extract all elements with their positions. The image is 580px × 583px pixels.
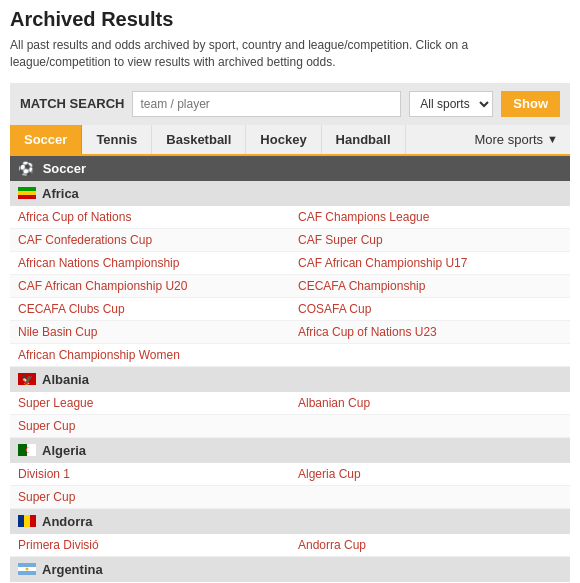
tab-handball[interactable]: Handball	[322, 125, 406, 154]
league-link-empty	[290, 415, 570, 437]
svg-text:🦅: 🦅	[21, 373, 34, 385]
flag-andorra	[18, 515, 36, 527]
league-row: Africa Cup of Nations CAF Champions Leag…	[10, 206, 570, 229]
league-row: CAF African Championship U20 CECAFA Cham…	[10, 275, 570, 298]
country-header-algeria: Algeria	[10, 438, 570, 463]
tab-soccer[interactable]: Soccer	[10, 125, 82, 154]
league-link[interactable]: CAF Confederations Cup	[10, 229, 290, 251]
league-link-empty	[290, 344, 570, 366]
tab-hockey[interactable]: Hockey	[246, 125, 321, 154]
page-title: Archived Results	[10, 8, 570, 31]
svg-point-8	[27, 448, 32, 453]
sports-select[interactable]: All sports	[409, 91, 493, 117]
leagues-africa: Africa Cup of Nations CAF Champions Leag…	[10, 206, 570, 367]
league-link[interactable]: CAF African Championship U17	[290, 252, 570, 274]
league-link[interactable]: Super League	[10, 392, 290, 414]
league-link[interactable]: CAF African Championship U20	[10, 275, 290, 297]
leagues-algeria: Division 1 Algeria Cup Super Cup	[10, 463, 570, 509]
match-search-bar: MATCH SEARCH All sports Show	[10, 83, 570, 125]
search-input[interactable]	[132, 91, 401, 117]
svg-rect-14	[18, 571, 36, 575]
more-sports-label: More sports	[474, 132, 543, 147]
flag-argentina	[18, 563, 36, 575]
league-row: Primera Divisió Andorra Cup	[10, 534, 570, 557]
league-link[interactable]: African Championship Women	[10, 344, 290, 366]
svg-rect-10	[24, 515, 30, 527]
flag-algeria	[18, 444, 36, 456]
svg-rect-1	[18, 191, 36, 195]
sport-header-soccer: ⚽ Soccer	[10, 156, 570, 181]
league-link[interactable]: CECAFA Clubs Cup	[10, 298, 290, 320]
league-row: CECAFA Clubs Cup COSAFA Cup	[10, 298, 570, 321]
leagues-albania: Super League Albanian Cup Super Cup	[10, 392, 570, 438]
league-link[interactable]: Nile Basin Cup	[10, 321, 290, 343]
league-link-empty	[290, 486, 570, 508]
league-link[interactable]: Super Cup	[10, 486, 290, 508]
league-link[interactable]: Algeria Cup	[290, 463, 570, 485]
league-link[interactable]: CAF Super Cup	[290, 229, 570, 251]
svg-point-15	[26, 568, 29, 571]
league-link[interactable]: Albanian Cup	[290, 392, 570, 414]
league-link[interactable]: Africa Cup of Nations	[10, 206, 290, 228]
svg-rect-11	[30, 515, 36, 527]
league-row: Division 1 Algeria Cup	[10, 463, 570, 486]
more-sports-button[interactable]: More sports ▼	[462, 125, 570, 154]
soccer-icon: ⚽	[18, 161, 34, 176]
page-wrapper: Archived Results All past results and od…	[0, 0, 580, 583]
sports-tabs: Soccer Tennis Basketball Hockey Handball…	[10, 125, 570, 156]
svg-rect-2	[18, 195, 36, 199]
league-link[interactable]: CAF Champions League	[290, 206, 570, 228]
league-link[interactable]: CECAFA Championship	[290, 275, 570, 297]
country-header-argentina: Argentina	[10, 557, 570, 582]
show-button[interactable]: Show	[501, 91, 560, 117]
page-description: All past results and odds archived by sp…	[10, 37, 570, 71]
league-link[interactable]: Andorra Cup	[290, 534, 570, 556]
leagues-andorra: Primera Divisió Andorra Cup	[10, 534, 570, 557]
tab-tennis[interactable]: Tennis	[82, 125, 152, 154]
league-row: Super Cup	[10, 486, 570, 509]
svg-rect-12	[18, 563, 36, 567]
league-link[interactable]: Primera Divisió	[10, 534, 290, 556]
league-link[interactable]: Super Cup	[10, 415, 290, 437]
country-header-africa: Africa	[10, 181, 570, 206]
league-link[interactable]: African Nations Championship	[10, 252, 290, 274]
country-header-andorra: Andorra	[10, 509, 570, 534]
country-header-albania: 🦅 Albania	[10, 367, 570, 392]
svg-rect-9	[18, 515, 24, 527]
league-row: Super Cup	[10, 415, 570, 438]
league-row: African Championship Women	[10, 344, 570, 367]
results-container: ⚽ Soccer Africa Africa Cup of Nations CA…	[10, 156, 570, 583]
league-row: African Nations Championship CAF African…	[10, 252, 570, 275]
league-row: Nile Basin Cup Africa Cup of Nations U23	[10, 321, 570, 344]
flag-albania: 🦅	[18, 373, 36, 385]
match-search-label: MATCH SEARCH	[20, 96, 124, 111]
svg-rect-0	[18, 187, 36, 191]
league-row: CAF Confederations Cup CAF Super Cup	[10, 229, 570, 252]
league-link[interactable]: COSAFA Cup	[290, 298, 570, 320]
flag-africa	[18, 187, 36, 199]
league-link[interactable]: Division 1	[10, 463, 290, 485]
league-row: Super League Albanian Cup	[10, 392, 570, 415]
chevron-down-icon: ▼	[547, 133, 558, 145]
sport-label-soccer: Soccer	[43, 161, 86, 176]
league-link[interactable]: Africa Cup of Nations U23	[290, 321, 570, 343]
tab-basketball[interactable]: Basketball	[152, 125, 246, 154]
